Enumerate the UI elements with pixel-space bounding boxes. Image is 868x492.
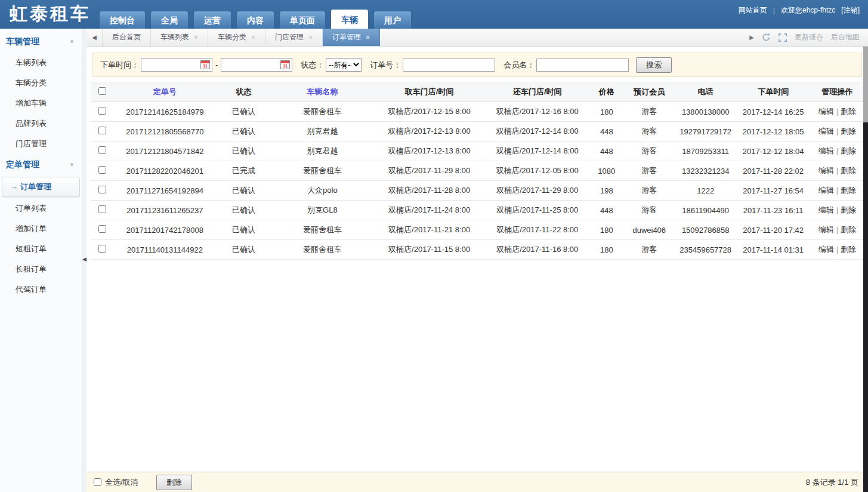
refresh-icon[interactable] <box>762 33 771 42</box>
row-checkbox[interactable] <box>98 146 106 154</box>
edit-link[interactable]: 编辑 <box>818 245 834 254</box>
tab-label: 后台首页 <box>112 32 141 42</box>
sidebar-item-label: 长租订单 <box>16 265 47 273</box>
scrollbar-thumb[interactable] <box>863 47 868 122</box>
refresh-cache-link[interactable]: 更新缓存 <box>795 32 823 42</box>
cell-created: 2017-12-12 18:05 <box>736 122 811 142</box>
top-header: 虹泰租车 控制台全局运营内容单页面车辆用户 网站首页 | 欢迎您ehcp-fht… <box>0 0 868 29</box>
date-to-input[interactable]: 31 <box>221 58 292 72</box>
tab-label: 门店管理 <box>275 32 304 42</box>
logout-link[interactable]: [注销] <box>841 5 860 16</box>
delete-link[interactable]: 删除 <box>841 127 856 136</box>
delete-link[interactable]: 删除 <box>841 245 856 254</box>
sidebar-item-1-1[interactable]: 订单列表 <box>0 198 82 219</box>
nav-item-1[interactable]: 全局 <box>150 11 189 29</box>
order-no-label: 订单号： <box>370 60 401 70</box>
sidebar-item-label: 车辆列表 <box>16 58 47 67</box>
row-checkbox[interactable] <box>98 186 106 193</box>
cell-vehicle: 别克GL8 <box>271 201 373 220</box>
status-select[interactable]: --所有-- <box>326 58 362 72</box>
cell-vehicle: 爱丽舍租车 <box>271 102 373 122</box>
nav-item-4[interactable]: 单页面 <box>279 11 326 29</box>
select-all-checkbox[interactable] <box>98 87 106 95</box>
edit-link[interactable]: 编辑 <box>818 127 834 136</box>
search-button[interactable]: 搜索 <box>636 57 672 73</box>
cell-vehicle: 大众polo <box>271 181 373 201</box>
edit-link[interactable]: 编辑 <box>818 146 834 155</box>
date-from-input[interactable]: 31 <box>141 58 212 72</box>
site-home-link[interactable]: 网站首页 <box>739 5 767 16</box>
sidebar-item-label: 订单列表 <box>16 204 47 213</box>
nav-item-5[interactable]: 车辆 <box>330 9 369 29</box>
tab-close-icon[interactable]: × <box>194 33 198 42</box>
sidebar-item-1-4[interactable]: 长租订单 <box>0 259 82 279</box>
fullscreen-icon[interactable] <box>779 33 787 42</box>
edit-link[interactable]: 编辑 <box>818 186 834 195</box>
edit-link[interactable]: 编辑 <box>818 166 834 175</box>
sidebar-item-1-3[interactable]: 短租订单 <box>0 239 82 259</box>
tab-2[interactable]: 车辆分类× <box>208 29 265 46</box>
edit-link[interactable]: 编辑 <box>818 205 834 214</box>
sidebar-item-label: 车辆分类 <box>16 78 47 87</box>
row-checkbox[interactable] <box>98 225 106 233</box>
nav-item-6[interactable]: 用户 <box>373 11 412 29</box>
sidebar-item-0-1[interactable]: 车辆分类 <box>0 73 82 93</box>
row-checkbox[interactable] <box>98 107 106 115</box>
site-map-link[interactable]: 后台地图 <box>831 32 860 42</box>
tab-3[interactable]: 门店管理× <box>265 29 323 46</box>
sidebar-item-0-3[interactable]: 品牌列表 <box>0 113 82 134</box>
nav-item-0[interactable]: 控制台 <box>99 11 146 29</box>
batch-delete-button[interactable]: 删除 <box>156 475 192 490</box>
sidebar-item-0-0[interactable]: 车辆列表 <box>0 53 82 73</box>
delete-link[interactable]: 删除 <box>841 107 856 116</box>
delete-link[interactable]: 删除 <box>841 225 856 234</box>
tab-1[interactable]: 车辆列表× <box>151 29 208 46</box>
tab-4[interactable]: 订单管理× <box>323 29 380 46</box>
sidebar-item-0-4[interactable]: 门店管理 <box>0 134 82 154</box>
sidebar-section-title-0[interactable]: 车辆管理▼ <box>0 31 82 53</box>
tab-scroll-left-icon[interactable]: ◀ <box>87 29 102 46</box>
cell-price: 448 <box>590 142 623 161</box>
row-checkbox[interactable] <box>98 166 106 174</box>
row-checkbox[interactable] <box>98 205 106 213</box>
delete-link[interactable]: 删除 <box>841 146 856 155</box>
cell-created: 2017-11-23 16:11 <box>736 201 811 220</box>
tab-close-icon[interactable]: × <box>366 33 370 42</box>
sidebar-item-1-5[interactable]: 代驾订单 <box>0 279 82 300</box>
tab-close-icon[interactable]: × <box>308 33 313 42</box>
delete-link[interactable]: 删除 <box>841 166 856 175</box>
sidebar-item-1-2[interactable]: 增加订单 <box>0 219 82 239</box>
tab-0[interactable]: 后台首页 <box>102 29 151 46</box>
sidebar-section-title-1[interactable]: 定单管理▼ <box>0 154 82 176</box>
edit-link[interactable]: 编辑 <box>818 107 834 116</box>
member-input[interactable] <box>536 59 629 72</box>
calendar-icon[interactable]: 31 <box>200 60 210 69</box>
tab-close-icon[interactable]: × <box>251 33 255 42</box>
vertical-scrollbar[interactable] <box>863 47 868 492</box>
footer-select-all-checkbox[interactable] <box>94 478 101 486</box>
tab-scroll-right-icon[interactable]: ▶ <box>749 34 754 41</box>
cell-vehicle: 爱丽舍租车 <box>271 240 373 260</box>
row-checkbox[interactable] <box>98 245 106 253</box>
nav-item-2[interactable]: 运营 <box>193 11 231 29</box>
sidebar-item-1-0[interactable]: →订单管理 <box>2 177 80 197</box>
cell-order_no: 201711140131144922 <box>113 240 216 260</box>
edit-link[interactable]: 编辑 <box>818 225 834 234</box>
delete-link[interactable]: 删除 <box>841 186 856 195</box>
cell-status: 已确认 <box>216 122 271 142</box>
row-checkbox[interactable] <box>98 127 106 134</box>
delete-link[interactable]: 删除 <box>841 205 856 214</box>
cell-price: 180 <box>590 240 623 260</box>
column-header-2[interactable]: 车辆名称 <box>271 82 373 102</box>
cell-member: 游客 <box>623 161 675 181</box>
sidebar-collapse-icon[interactable]: ◀ <box>82 257 87 262</box>
table-row: 201712121804571842已确认别克君越双楠店/2017-12-13 … <box>91 142 864 161</box>
table-header-row: 定单号状态车辆名称取车门店/时间还车门店/时间价格预订会员电话下单时间管理操作 <box>91 82 864 102</box>
sidebar-item-0-2[interactable]: 增加车辆 <box>0 93 82 113</box>
nav-item-3[interactable]: 内容 <box>236 11 274 29</box>
order-time-label: 下单时间： <box>100 60 139 70</box>
header-checkbox-cell <box>91 82 113 102</box>
column-header-0[interactable]: 定单号 <box>113 82 216 102</box>
calendar-icon[interactable]: 31 <box>280 60 290 69</box>
order-no-input[interactable] <box>403 59 495 72</box>
